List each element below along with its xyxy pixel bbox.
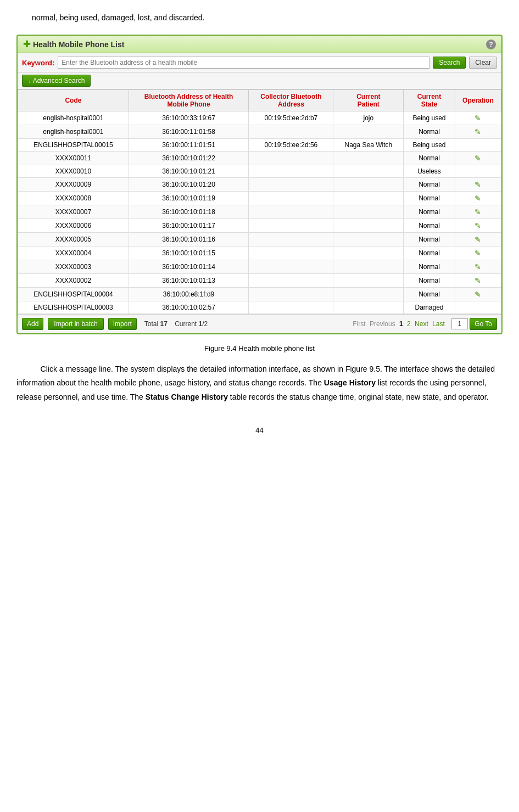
cell-operation[interactable]: ✎ [455,152,501,165]
table-row[interactable]: XXXX0001136:10:00:10:01:22Normal✎ [18,152,501,165]
panel-title: ✚ Health Mobile Phone List [23,39,124,49]
cell-state: Being used [404,111,455,125]
cell-collector-bt [249,219,333,233]
cell-state: Useless [404,165,455,178]
cell-operation[interactable]: ✎ [455,247,501,260]
search-button[interactable]: Search [433,57,466,69]
help-icon[interactable]: ? [486,40,496,49]
cell-operation[interactable]: ✎ [455,125,501,139]
page2-link[interactable]: 2 [407,320,411,328]
cell-operation[interactable]: ✎ [455,192,501,205]
cell-code: XXXX00008 [18,192,129,205]
cell-state: Normal [404,178,455,192]
table-row[interactable]: XXXX0000936:10:00:10:01:20Normal✎ [18,178,501,192]
table-row[interactable]: XXXX0000436:10:00:10:01:15Normal✎ [18,247,501,260]
edit-icon[interactable]: ✎ [475,235,481,244]
edit-icon[interactable]: ✎ [475,154,481,163]
edit-icon[interactable]: ✎ [475,208,481,216]
table-row[interactable]: XXXX0001036:10:00:10:01:21Useless [18,165,501,178]
current-page-info: 1/2 [199,320,208,328]
clear-button[interactable]: Clear [469,57,497,69]
cell-operation[interactable]: ✎ [455,288,501,301]
cell-collector-bt [249,152,333,165]
previous-link[interactable]: Previous [370,320,395,328]
search-input[interactable] [58,57,429,69]
cell-code: ENGLISHHOSPITAL00003 [18,301,129,314]
cell-collector-bt [249,205,333,219]
next-link[interactable]: Next [415,320,428,328]
cell-code: XXXX00011 [18,152,129,165]
cell-collector-bt [249,233,333,247]
cell-state: Normal [404,205,455,219]
cell-state: Normal [404,125,455,139]
cell-operation[interactable]: ✎ [455,274,501,288]
cell-operation[interactable] [455,139,501,152]
table-row[interactable]: XXXX0000536:10:00:10:01:16Normal✎ [18,233,501,247]
current-page: 1 [199,320,203,328]
edit-icon[interactable]: ✎ [475,221,481,230]
table-row[interactable]: XXXX0000236:10:00:10:01:13Normal✎ [18,274,501,288]
cell-collector-bt [249,178,333,192]
table-row[interactable]: XXXX0000336:10:00:10:01:14Normal✎ [18,260,501,274]
table-row[interactable]: XXXX0000636:10:00:10:01:17Normal✎ [18,219,501,233]
cell-code: XXXX00005 [18,233,129,247]
goto-button[interactable]: Go To [470,318,497,330]
search-bar: Keyword: Search Clear [18,53,501,72]
cell-state: Normal [404,274,455,288]
cell-operation[interactable]: ✎ [455,178,501,192]
cell-bt-address: 36:10:00:10:02:57 [129,301,249,314]
table-row[interactable]: XXXX0000836:10:00:10:01:19Normal✎ [18,192,501,205]
edit-icon[interactable]: ✎ [475,180,481,189]
edit-icon[interactable]: ✎ [475,194,481,203]
current-label: Current [175,320,197,328]
page1-link[interactable]: 1 [399,320,403,328]
import-batch-button[interactable]: Import in batch [48,318,103,330]
cross-icon: ✚ [23,39,30,49]
cell-bt-address: 36:10:00:33:19:67 [129,111,249,125]
edit-icon[interactable]: ✎ [475,127,481,136]
usage-history-bold: Usage History [324,378,376,387]
first-link[interactable]: First [353,320,365,328]
cell-bt-address: 36:10:00:10:01:21 [129,165,249,178]
table-row[interactable]: english-hospital000136:10:00:33:19:6700:… [18,111,501,125]
cell-patient: Naga Sea Witch [333,139,404,152]
cell-code: english-hospital0001 [18,111,129,125]
table-row[interactable]: english-hospital000136:10:00:11:01:58Nor… [18,125,501,139]
cell-operation[interactable]: ✎ [455,219,501,233]
cell-collector-bt [249,301,333,314]
cell-state: Normal [404,192,455,205]
cell-operation[interactable]: ✎ [455,111,501,125]
page-number: 44 [16,426,503,434]
cell-operation[interactable]: ✎ [455,233,501,247]
cell-operation[interactable] [455,165,501,178]
goto-input[interactable] [451,318,468,329]
cell-state: Normal [404,233,455,247]
cell-bt-address: 36:10:00:e8:1f:d9 [129,288,249,301]
cell-collector-bt [249,274,333,288]
cell-operation[interactable] [455,301,501,314]
keyword-label: Keyword: [22,59,54,67]
data-table: Code Bluetooth Address of HealthMobile P… [18,89,501,314]
table-row[interactable]: ENGLISHHOSPITAL0000336:10:00:10:02:57Dam… [18,301,501,314]
table-row[interactable]: ENGLISHHOSPITAL0001536:10:00:11:01:5100:… [18,139,501,152]
cell-patient [333,247,404,260]
cell-bt-address: 36:10:00:10:01:16 [129,233,249,247]
table-row[interactable]: XXXX0000736:10:00:10:01:18Normal✎ [18,205,501,219]
edit-icon[interactable]: ✎ [475,249,481,257]
edit-icon[interactable]: ✎ [475,114,481,122]
cell-collector-bt [249,288,333,301]
cell-collector-bt [249,125,333,139]
edit-icon[interactable]: ✎ [475,276,481,285]
cell-patient [333,274,404,288]
edit-icon[interactable]: ✎ [475,262,481,271]
cell-patient [333,192,404,205]
add-button[interactable]: Add [22,318,43,330]
cell-code: XXXX00006 [18,219,129,233]
cell-operation[interactable]: ✎ [455,205,501,219]
last-link[interactable]: Last [432,320,445,328]
advanced-search-button[interactable]: ↓ Advanced Search [22,75,91,87]
import-button[interactable]: Import [108,318,137,330]
cell-operation[interactable]: ✎ [455,260,501,274]
table-row[interactable]: ENGLISHHOSPITAL0000436:10:00:e8:1f:d9Nor… [18,288,501,301]
edit-icon[interactable]: ✎ [475,290,481,299]
